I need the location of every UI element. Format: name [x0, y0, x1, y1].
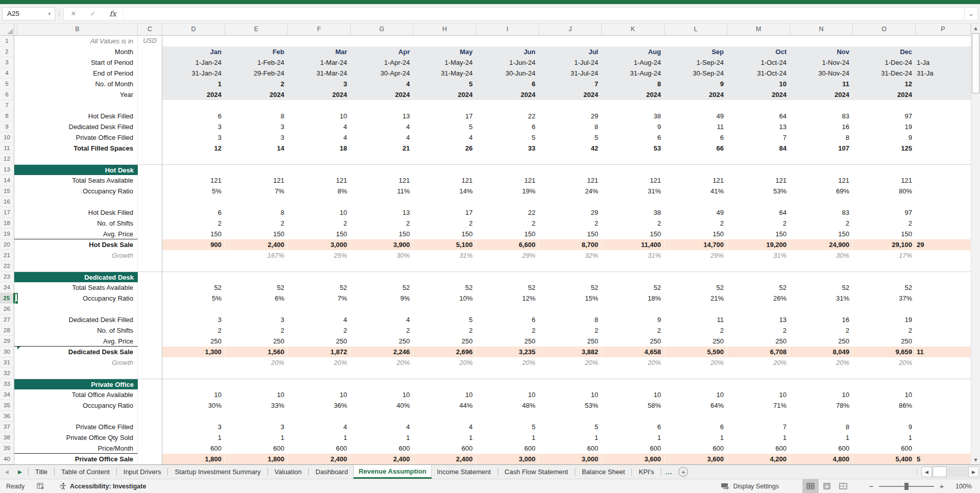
- cell-E4[interactable]: 29-Feb-24: [225, 68, 288, 79]
- cell-B1[interactable]: All Values is in: [17, 36, 138, 46]
- cell-H12[interactable]: [413, 154, 476, 164]
- cell-N21[interactable]: 30%: [790, 250, 853, 261]
- horizontal-scroll-track[interactable]: [947, 466, 968, 477]
- row-header-15[interactable]: 15: [0, 186, 14, 196]
- cell-M26[interactable]: [727, 304, 790, 314]
- cell-N24[interactable]: 52: [790, 282, 853, 293]
- cell-O30[interactable]: 9,659: [853, 347, 916, 357]
- cell-G5[interactable]: 4: [351, 79, 413, 89]
- cell-E2[interactable]: Feb: [225, 46, 288, 57]
- cell-D24[interactable]: 52: [162, 282, 225, 293]
- cell-K2[interactable]: Aug: [602, 46, 665, 57]
- scroll-down-icon[interactable]: ▼: [971, 455, 980, 464]
- cell-H4[interactable]: 31-May-24: [413, 68, 476, 79]
- cell-H18[interactable]: 2: [413, 218, 476, 229]
- cell-L35[interactable]: 64%: [665, 400, 727, 411]
- horizontal-scrollbar[interactable]: ⋮ ◀ ▶: [913, 465, 980, 479]
- cell-M33[interactable]: [727, 379, 790, 389]
- name-box-dropdown-icon[interactable]: ▾: [44, 11, 55, 16]
- cell-P7[interactable]: [916, 100, 971, 111]
- row-header-17[interactable]: 17: [0, 207, 14, 218]
- cell-K11[interactable]: 53: [602, 143, 665, 154]
- cell-E17[interactable]: 8: [225, 207, 288, 218]
- col-header-C[interactable]: C: [138, 23, 162, 35]
- cell-C8[interactable]: [138, 111, 162, 121]
- cell-E40[interactable]: 1,800: [225, 454, 288, 464]
- cell-K10[interactable]: 6: [602, 132, 665, 143]
- cell-L8[interactable]: 49: [665, 111, 727, 121]
- cell-J10[interactable]: 5: [539, 132, 602, 143]
- cell-B16[interactable]: [17, 196, 138, 207]
- cell-P27[interactable]: [916, 314, 971, 325]
- cell-K14[interactable]: 121: [602, 175, 665, 186]
- cell-P1[interactable]: [916, 36, 971, 46]
- cell-O2[interactable]: Dec: [853, 46, 916, 57]
- cell-O7[interactable]: [853, 100, 916, 111]
- cell-C19[interactable]: [138, 229, 162, 239]
- cell-C21[interactable]: [138, 250, 162, 261]
- cell-F24[interactable]: 52: [288, 282, 351, 293]
- cell-J17[interactable]: 29: [539, 207, 602, 218]
- cell-B20[interactable]: Hot Desk Sale: [17, 239, 138, 250]
- row-header-35[interactable]: 35: [0, 400, 14, 411]
- cell-L23[interactable]: [665, 272, 727, 282]
- cell-L3[interactable]: 1-Sep-24: [665, 57, 727, 68]
- col-header-I[interactable]: I: [476, 23, 539, 35]
- cell-G39[interactable]: 600: [351, 443, 413, 454]
- cell-F2[interactable]: Mar: [288, 46, 351, 57]
- cell-M36[interactable]: [727, 411, 790, 422]
- cell-G36[interactable]: [351, 411, 413, 422]
- cell-I38[interactable]: 1: [476, 432, 539, 443]
- cell-N34[interactable]: 10: [790, 389, 853, 400]
- cell-P23[interactable]: [916, 272, 971, 282]
- row-header-24[interactable]: 24: [0, 282, 14, 293]
- cell-O37[interactable]: 9: [853, 422, 916, 432]
- cell-B11[interactable]: Total Filled Spaces: [17, 143, 138, 154]
- cell-G29[interactable]: 250: [351, 336, 413, 347]
- cell-J38[interactable]: 1: [539, 432, 602, 443]
- cell-B17[interactable]: Hot Desk Filled: [17, 207, 138, 218]
- display-settings-button[interactable]: Display Settings: [721, 483, 779, 490]
- cell-E24[interactable]: 52: [225, 282, 288, 293]
- cell-G30[interactable]: 2,246: [351, 347, 413, 357]
- cell-E18[interactable]: 2: [225, 218, 288, 229]
- row-header-5[interactable]: 5: [0, 79, 14, 89]
- cell-M14[interactable]: 121: [727, 175, 790, 186]
- cell-L37[interactable]: 6: [665, 422, 727, 432]
- cell-J28[interactable]: 2: [539, 325, 602, 336]
- cell-M32[interactable]: [727, 368, 790, 379]
- cell-C24[interactable]: [138, 282, 162, 293]
- cell-H13[interactable]: [413, 164, 476, 175]
- cell-L36[interactable]: [665, 411, 727, 422]
- cell-J9[interactable]: 8: [539, 121, 602, 132]
- cell-E27[interactable]: 3: [225, 314, 288, 325]
- cell-F17[interactable]: 10: [288, 207, 351, 218]
- cell-O27[interactable]: 19: [853, 314, 916, 325]
- cell-P25[interactable]: [916, 293, 971, 304]
- cell-P38[interactable]: [916, 432, 971, 443]
- cell-F19[interactable]: 150: [288, 229, 351, 239]
- col-header-E[interactable]: E: [225, 23, 288, 35]
- cell-D28[interactable]: 2: [162, 325, 225, 336]
- cell-L26[interactable]: [665, 304, 727, 314]
- cell-L32[interactable]: [665, 368, 727, 379]
- row-header-4[interactable]: 4: [0, 68, 14, 79]
- cell-G1[interactable]: [351, 36, 413, 46]
- cell-B15[interactable]: Occupancy Ratio: [17, 186, 138, 196]
- row-header-8[interactable]: 8: [0, 111, 14, 121]
- enter-icon[interactable]: ✓: [83, 10, 103, 17]
- zoom-level[interactable]: 100%: [951, 483, 980, 490]
- row-header-37[interactable]: 37: [0, 422, 14, 432]
- cell-L20[interactable]: 14,700: [665, 239, 727, 250]
- cell-H33[interactable]: [413, 379, 476, 389]
- cell-H28[interactable]: 2: [413, 325, 476, 336]
- cell-P19[interactable]: [916, 229, 971, 239]
- cell-J21[interactable]: 32%: [539, 250, 602, 261]
- cell-I31[interactable]: 20%: [476, 357, 539, 368]
- cell-B7[interactable]: [17, 100, 138, 111]
- cell-K17[interactable]: 38: [602, 207, 665, 218]
- tab-revenue-assumption[interactable]: Revenue Assumption: [353, 465, 432, 479]
- cell-K5[interactable]: 8: [602, 79, 665, 89]
- cell-L2[interactable]: Sep: [665, 46, 727, 57]
- cell-I18[interactable]: 2: [476, 218, 539, 229]
